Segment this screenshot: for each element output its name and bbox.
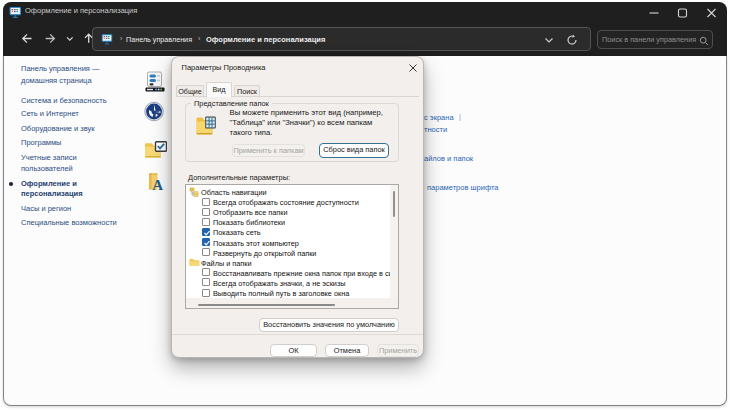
svg-text:A: A — [152, 177, 163, 193]
